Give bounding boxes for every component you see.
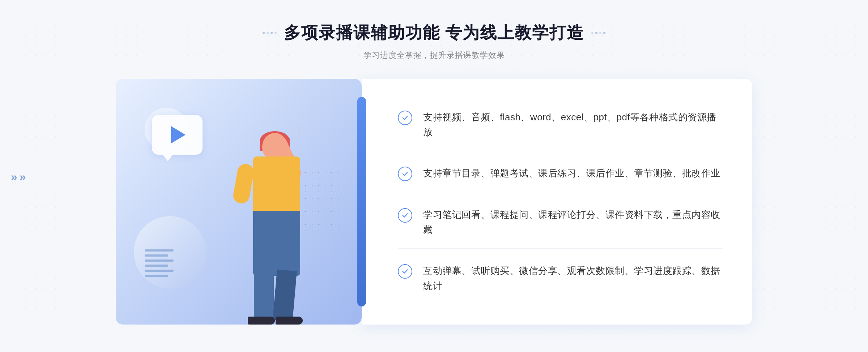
figure-leg-right bbox=[273, 270, 297, 322]
deco-line-6 bbox=[145, 275, 168, 277]
title-decorator-left bbox=[263, 32, 277, 34]
figure-shoe-right bbox=[276, 317, 303, 325]
header-section: 多项录播课辅助功能 专为线上教学打造 学习进度全掌握，提升录播课教学效果 bbox=[263, 22, 606, 61]
feature-text-1: 支持视频、音频、flash、word、excel、ppt、pdf等各种格式的资源… bbox=[423, 110, 723, 140]
feature-text-4: 互动弹幕、试听购买、微信分享、观看次数限制、学习进度跟踪、数据统计 bbox=[423, 263, 723, 293]
deco-line-3 bbox=[145, 259, 174, 262]
feature-item-4: 互动弹幕、试听购买、微信分享、观看次数限制、学习进度跟踪、数据统计 bbox=[398, 253, 723, 304]
feature-item-2: 支持章节目录、弹题考试、课后练习、课后作业、章节测验、批改作业 bbox=[398, 155, 723, 192]
chevron-icon: » bbox=[11, 170, 17, 184]
chevron-icon-2: » bbox=[20, 170, 26, 184]
deco-line-1 bbox=[145, 249, 174, 252]
left-chevron-decoration: » » bbox=[11, 170, 26, 184]
feature-item-1: 支持视频、音频、flash、word、excel、ppt、pdf等各种格式的资源… bbox=[398, 99, 723, 151]
illustration-panel bbox=[116, 79, 362, 325]
check-icon-2 bbox=[398, 167, 412, 181]
figure-body bbox=[253, 156, 300, 214]
figure-arm-down bbox=[232, 163, 255, 205]
content-wrapper: 支持视频、音频、flash、word、excel、ppt、pdf等各种格式的资源… bbox=[116, 79, 752, 325]
title-wrapper: 多项录播课辅助功能 专为线上教学打造 bbox=[263, 22, 606, 44]
features-panel: 支持视频、音频、flash、word、excel、ppt、pdf等各种格式的资源… bbox=[362, 79, 752, 325]
figure-leg-left bbox=[254, 270, 274, 321]
check-icon-1 bbox=[398, 111, 412, 125]
figure-shoe-left bbox=[248, 317, 275, 325]
feature-text-3: 学习笔记回看、课程提问、课程评论打分、课件资料下载，重点内容收藏 bbox=[423, 207, 723, 237]
human-figure bbox=[206, 126, 315, 325]
check-icon-4 bbox=[398, 264, 412, 279]
page-title: 多项录播课辅助功能 专为线上教学打造 bbox=[284, 22, 584, 44]
deco-line-4 bbox=[145, 265, 168, 267]
deco-line-5 bbox=[145, 270, 174, 272]
deco-lines bbox=[145, 245, 174, 281]
check-icon-3 bbox=[398, 208, 412, 223]
figure-string bbox=[299, 126, 300, 138]
figure-pants bbox=[253, 211, 300, 276]
play-icon bbox=[171, 126, 186, 143]
deco-line-2 bbox=[145, 254, 168, 257]
page-container: » » 多项录播课辅助功能 专为线上教学打造 学习进度全掌握，提升录播课教学效果 bbox=[0, 0, 868, 352]
page-subtitle: 学习进度全掌握，提升录播课教学效果 bbox=[263, 50, 606, 61]
title-decorator-right bbox=[591, 32, 605, 34]
feature-text-2: 支持章节目录、弹题考试、课后练习、课后作业、章节测验、批改作业 bbox=[423, 166, 720, 181]
feature-item-3: 学习笔记回看、课程提问、课程评论打分、课件资料下载，重点内容收藏 bbox=[398, 197, 723, 249]
play-bubble bbox=[152, 115, 203, 155]
